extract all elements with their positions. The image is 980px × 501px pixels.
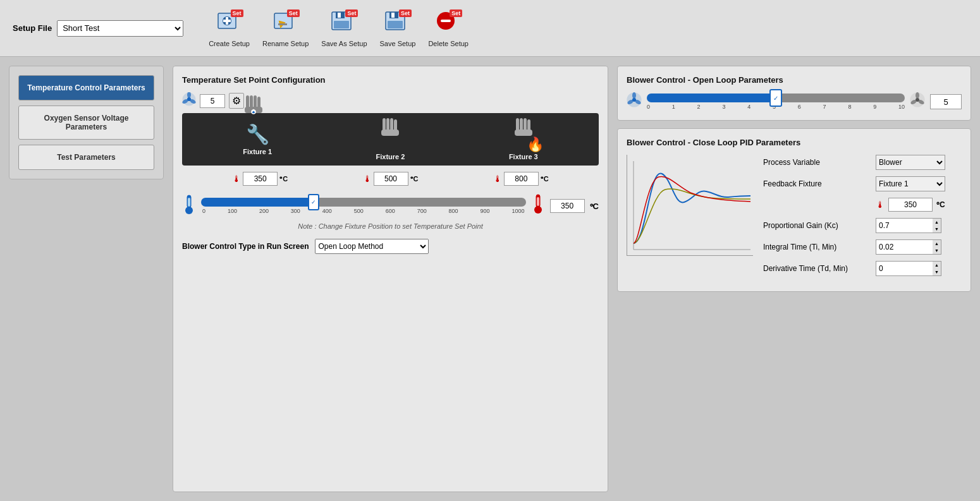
deg-label-2: ᵒC [410, 175, 419, 183]
process-variable-row: Process Variable Blower Temperature [763, 155, 962, 170]
nav-oxygen-sensor[interactable]: Oxygen Sensor Voltage Parameters [18, 106, 154, 140]
fixture-3-label: Fixture 3 [509, 153, 538, 160]
ol-slider-thumb[interactable] [769, 89, 782, 107]
pid-temp-val[interactable] [888, 198, 933, 212]
temp-dot-2: 🌡 [363, 174, 372, 184]
save-as-icon-wrapper: Set [330, 9, 358, 37]
pid-title: Blower Control - Close Loop PID Paramete… [627, 138, 962, 147]
derivative-input-group: ▲ ▼ [876, 261, 941, 276]
delete-setup-label: Delete Setup [428, 40, 469, 47]
pid-panel: Blower Control - Close Loop PID Paramete… [617, 128, 971, 292]
integral-spin-up[interactable]: ▲ [933, 240, 941, 247]
svg-rect-15 [441, 20, 451, 22]
main-slider-thumb[interactable]: ✓ [308, 194, 319, 210]
delete-setup-button[interactable]: Set Delete Setup [428, 9, 469, 47]
flame-icon: 🔥 [527, 136, 544, 153]
deg-label-3: ᵒC [541, 175, 549, 183]
proportional-spin-up[interactable]: ▲ [933, 219, 941, 226]
fan-value-input[interactable] [200, 94, 225, 108]
temp-dot-1: 🌡 [232, 174, 241, 184]
derivative-label: Derivative Time (Td, Min) [763, 264, 871, 273]
svg-rect-3 [223, 20, 231, 22]
integral-spin[interactable]: ▲ ▼ [933, 239, 941, 255]
nav-temp-control[interactable]: Temperature Control Parameters [18, 75, 154, 100]
note-text: Note : Change Fixture Position to set Te… [182, 222, 599, 230]
create-setup-label: Create Setup [209, 40, 250, 47]
pid-temp-dot: 🌡 [876, 200, 885, 210]
integral-input[interactable] [876, 239, 933, 255]
save-icon-wrapper: Set [384, 9, 412, 37]
integral-spin-down[interactable]: ▼ [933, 247, 941, 254]
svg-rect-12 [391, 13, 395, 18]
fixture-1-icon: 🔧 [246, 123, 269, 145]
integral-row: Integral Time (Ti, Min) ▲ ▼ [763, 239, 962, 255]
integral-label: Integral Time (Ti, Min) [763, 243, 871, 251]
svg-point-41 [534, 206, 542, 214]
proportional-input-group: ▲ ▼ [876, 218, 941, 233]
temp-input-2[interactable] [374, 172, 408, 186]
svg-point-38 [185, 207, 193, 214]
proportional-label: Proportional Gain (Kc) [763, 221, 871, 230]
fixture-container: 🔧 Fixture 1 [182, 113, 599, 166]
therm-icon-blue [182, 194, 196, 219]
temp-inputs-row: 🌡 ᵒC 🌡 ᵒC 🌡 ᵒC [182, 172, 599, 186]
fixture-1-label: Fixture 1 [243, 148, 272, 155]
rename-setup-icon-wrapper: Set [272, 9, 300, 37]
proportional-spin-down[interactable]: ▼ [933, 226, 941, 232]
create-setup-icon-wrapper: Set [216, 9, 243, 37]
open-loop-slider-row: 0 1 2 3 4 5 6 7 8 9 10 [627, 92, 962, 111]
process-variable-select[interactable]: Blower Temperature [876, 155, 945, 170]
derivative-spin-up[interactable]: ▲ [933, 262, 941, 269]
main-layout: Temperature Control Parameters Oxygen Se… [0, 57, 980, 501]
blower-control-label: Blower Control Type in Run Screen [182, 242, 309, 251]
setup-file-label: Setup File [13, 23, 52, 33]
svg-rect-36 [515, 130, 532, 136]
fan-icon-left [182, 92, 196, 109]
temp-group-1: 🌡 ᵒC [232, 172, 288, 186]
rename-setup-button[interactable]: Set Rename Setup [262, 9, 309, 47]
derivative-spin-down[interactable]: ▼ [933, 269, 941, 275]
set-badge-saveas: Set [345, 9, 358, 17]
center-panel: Temperature Set Point Configuration ⚙ [173, 66, 608, 492]
svg-rect-13 [388, 21, 403, 28]
ol-slider-wrapper [647, 94, 905, 102]
save-setup-button[interactable]: Set Save Setup [380, 9, 416, 47]
deg-label-1: ᵒC [279, 175, 288, 183]
slider-value-input[interactable] [550, 199, 585, 213]
fixture-2-label: Fixture 2 [376, 153, 405, 160]
main-slider-track-wrapper: ✓ [201, 198, 526, 207]
ol-value-input[interactable] [930, 94, 962, 109]
derivative-spin[interactable]: ▲ ▼ [933, 261, 941, 276]
process-variable-label: Process Variable [763, 158, 871, 167]
fixture-2-item: Fixture 2 [376, 118, 405, 160]
create-setup-button[interactable]: Set Create Setup [209, 9, 250, 47]
main-slider-container: ✓ 0 100 200 300 400 500 600 700 800 900 [201, 198, 526, 214]
derivative-input[interactable] [876, 261, 933, 276]
set-badge-create: Set [231, 9, 243, 17]
fixture-2-icon [377, 118, 403, 150]
setup-file-select[interactable]: Short Test [57, 20, 183, 37]
derivative-row: Derivative Time (Td, Min) ▲ ▼ [763, 261, 962, 276]
save-as-setup-label: Save As Setup [321, 40, 367, 47]
blower-select[interactable]: Open Loop Method Closed Loop Method [315, 239, 429, 254]
feedback-fixture-select[interactable]: Fixture 1 Fixture 2 Fixture 3 [876, 176, 945, 191]
pid-temp-row: 🌡 ᵒC [763, 198, 962, 212]
save-as-setup-button[interactable]: Set Save As Setup [321, 9, 367, 47]
pid-form: Process Variable Blower Temperature Feed… [763, 155, 962, 282]
proportional-row: Proportional Gain (Kc) ▲ ▼ [763, 218, 962, 233]
temp-input-3[interactable] [504, 172, 539, 186]
svg-rect-5 [278, 23, 287, 25]
svg-rect-31 [381, 130, 399, 136]
fixture-1-item: 🔧 Fixture 1 [243, 123, 272, 155]
nav-test-params[interactable]: Test Parameters [18, 145, 154, 170]
fixture-3-item: 🔥 Fixture 3 [509, 118, 538, 160]
main-slider-track: ✓ [201, 198, 526, 207]
fan-icon-gray-ol [910, 92, 925, 111]
proportional-spin[interactable]: ▲ ▼ [933, 218, 941, 233]
open-loop-title: Blower Control - Open Loop Parameters [627, 75, 962, 85]
toolbar: Setup File Short Test Set Create Setup [0, 0, 980, 57]
temp-input-1[interactable] [243, 172, 278, 186]
pid-chart [627, 155, 753, 256]
right-area: Temperature Set Point Configuration ⚙ [173, 66, 971, 492]
proportional-input[interactable] [876, 218, 933, 233]
